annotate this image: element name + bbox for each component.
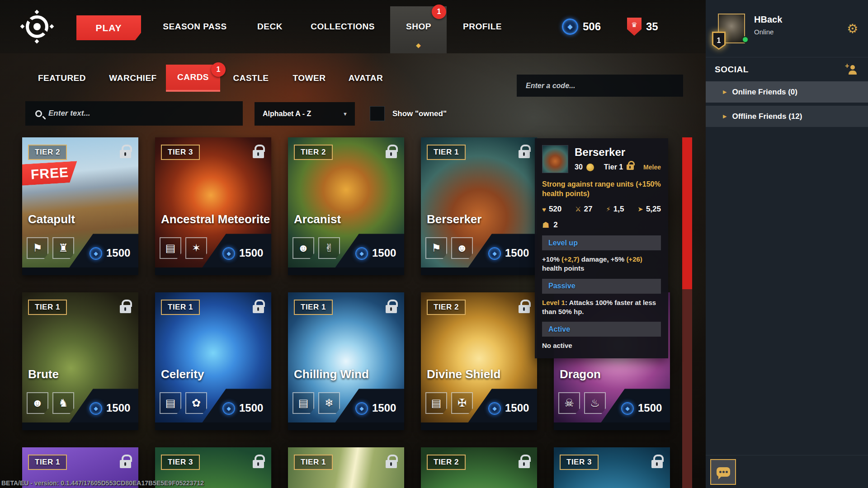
- search-placeholder: Enter text...: [48, 109, 90, 118]
- lock-icon: [253, 150, 264, 158]
- gem-coin-icon: [90, 402, 102, 415]
- card-name: Chilling Wind: [294, 367, 369, 381]
- chevron-right-icon: ▶: [723, 113, 726, 119]
- active-header: Active: [542, 322, 661, 337]
- card-price: 1500: [505, 402, 529, 414]
- card-type-icons: ⚑☻: [425, 237, 473, 259]
- spellbook-icon: ▤: [292, 392, 314, 414]
- shop-nav-badge: 1: [432, 5, 446, 19]
- card-type-icons: ▤✠: [425, 392, 473, 414]
- spellbook-icon: ▤: [425, 392, 447, 414]
- damage-value: 27: [584, 205, 593, 214]
- tab-tower[interactable]: TOWER: [293, 65, 326, 92]
- card-type-icons: ⚑♜: [27, 237, 74, 259]
- shop-card[interactable]: 1500 Brute TIER 1 ☻♞: [22, 292, 138, 430]
- chat-bubble-icon: [717, 467, 730, 477]
- attack-speed-icon: ⚡: [606, 205, 611, 213]
- tier-badge: TIER 1: [294, 455, 333, 470]
- card-price: 1500: [372, 402, 396, 414]
- add-friend-icon[interactable]: +: [846, 65, 858, 75]
- shop-card[interactable]: 1500 Chilling Wind TIER 1 ▤❄: [288, 292, 404, 430]
- gear-icon[interactable]: ⚙: [847, 23, 858, 35]
- tab-warchief[interactable]: WARCHIEF: [109, 65, 156, 92]
- tier-badge: TIER 3: [161, 455, 200, 470]
- online-status-dot: [742, 36, 749, 43]
- shop-card[interactable]: 1500 Berserker TIER 1 ⚑☻: [421, 137, 537, 275]
- lock-icon: [120, 460, 131, 468]
- tier-badge: TIER 1: [294, 300, 333, 315]
- shop-card[interactable]: 1500 Divine Shield TIER 2 ▤✠: [421, 292, 537, 430]
- tab-featured[interactable]: FEATURED: [38, 65, 86, 92]
- shop-card[interactable]: 1500 Celerity TIER 1 ▤✿: [155, 292, 271, 430]
- cards-tab-badge: 1: [211, 62, 226, 77]
- lock-icon: [519, 305, 530, 313]
- gem-coin-icon: [488, 247, 501, 260]
- gem-coin-icon: [488, 402, 501, 415]
- card-type-icons: ☻✌: [292, 237, 340, 259]
- tooltip-tier: Tier 1: [604, 163, 623, 171]
- lock-icon: [386, 150, 397, 158]
- nav-deck[interactable]: DECK: [257, 0, 283, 53]
- shop-card[interactable]: TIER 3: [554, 447, 670, 488]
- shop-card[interactable]: TIER 2: [421, 447, 537, 488]
- online-friends-row[interactable]: ▶ Online Friends (0): [706, 81, 868, 103]
- offline-friends-row[interactable]: ▶ Offline Friends (12): [706, 106, 868, 127]
- shop-card[interactable]: 1500 Arcanist TIER 2 ☻✌: [288, 137, 404, 275]
- chat-button[interactable]: [710, 459, 736, 485]
- card-price: 1500: [239, 402, 263, 414]
- card-bottom-strip: [421, 422, 537, 430]
- chevron-down-icon: ▼: [343, 111, 348, 117]
- card-bottom-strip: [288, 422, 404, 430]
- card-price: 1500: [372, 247, 396, 259]
- play-button[interactable]: PLAY: [76, 15, 141, 40]
- ritual-icon: ✶: [185, 237, 207, 259]
- tooltip-attack-type: Melee: [643, 164, 661, 171]
- level-up-text: +10% (+2,7) damage, +5% (+26) health poi…: [542, 255, 661, 273]
- orc-head-icon: ☻: [292, 237, 314, 259]
- nav-shop[interactable]: SHOP: [406, 0, 431, 53]
- damage-icon: ⚔: [575, 205, 581, 213]
- gem-coin-icon: [621, 402, 634, 415]
- lock-icon: [519, 150, 530, 158]
- card-bottom-strip: [155, 267, 271, 275]
- snowflake-icon: ❄: [318, 392, 340, 414]
- leaf-icon: ✿: [185, 392, 207, 414]
- nav-collections[interactable]: COLLECTIONS: [311, 0, 375, 53]
- owned-checkbox[interactable]: [370, 106, 385, 121]
- skull-icon: ☠: [558, 392, 580, 414]
- profile-name: HBack: [754, 14, 782, 25]
- card-price: 1500: [239, 247, 263, 259]
- armor-icon: ☗: [542, 220, 549, 230]
- code-input[interactable]: Enter a code...: [517, 75, 683, 97]
- tab-avatar[interactable]: AVATAR: [349, 65, 383, 92]
- tier-badge: TIER 2: [294, 145, 333, 160]
- tier-lock-icon: [627, 164, 634, 170]
- search-input[interactable]: Enter text...: [25, 101, 243, 126]
- shop-card[interactable]: 1500 Ancestral Meteorite TIER 3 ▤✶: [155, 137, 271, 275]
- shop-card[interactable]: TIER 1: [288, 447, 404, 488]
- shop-card[interactable]: 1500 Catapult TIER 2 FREE ⚑♜: [22, 137, 138, 275]
- lock-icon: [253, 460, 264, 468]
- online-friends-label: Online Friends (0): [732, 88, 797, 97]
- game-logo-icon: [22, 12, 52, 42]
- scrollbar-thumb[interactable]: [682, 137, 692, 289]
- card-bottom-strip: [155, 422, 271, 430]
- scrollbar-track[interactable]: [682, 137, 692, 488]
- tab-castle[interactable]: CASTLE: [233, 65, 269, 92]
- card-price: 1500: [106, 247, 130, 259]
- lock-icon: [386, 305, 397, 313]
- gem-coin-icon: [90, 247, 102, 260]
- nav-season-pass[interactable]: SEASON PASS: [163, 0, 226, 53]
- nav-profile[interactable]: PROFILE: [463, 0, 502, 53]
- attack-speed-value: 1,5: [613, 205, 624, 214]
- lock-icon: [386, 460, 397, 468]
- tier-badge: TIER 1: [28, 300, 67, 315]
- health-value: 520: [549, 205, 561, 214]
- sort-dropdown[interactable]: Alphabet A - Z ▼: [255, 102, 355, 126]
- card-tooltip: Berserker 30 Tier 1 Melee Strong against…: [535, 138, 668, 358]
- gems-currency: 506: [562, 0, 601, 53]
- crowns-amount: 35: [646, 20, 658, 33]
- profile-status: Online: [754, 28, 774, 36]
- card-price: 1500: [505, 247, 529, 259]
- top-bar: PLAY ◆ SEASON PASS DECK COLLECTIONS SHOP…: [0, 0, 706, 53]
